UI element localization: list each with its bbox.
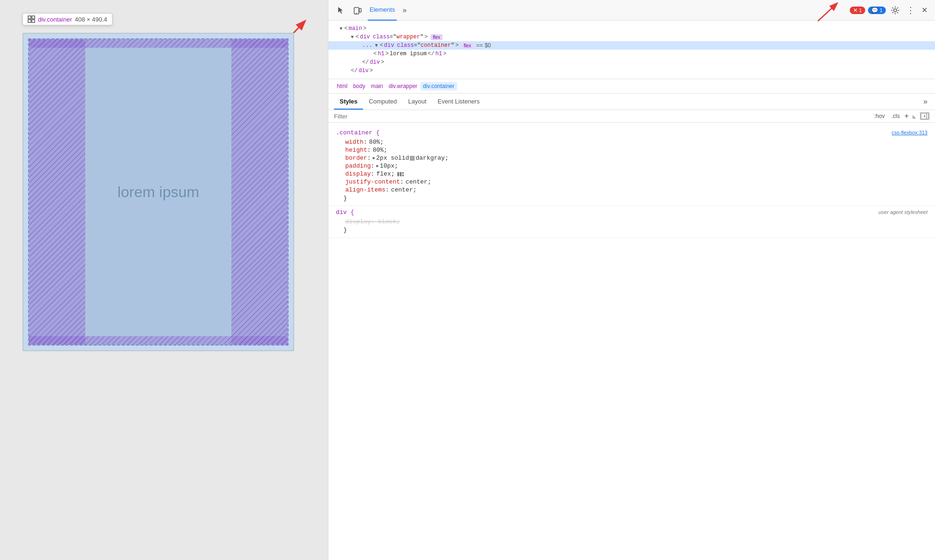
devtools-header-right: ✕ 1 💬 1 ⋮ ✕ bbox=[850, 4, 929, 17]
css-prop-display-block: display: block; bbox=[336, 218, 928, 226]
dom-line-h1[interactable]: <h1>lorem ipsum</h1> bbox=[328, 50, 935, 58]
flex-badge-wrapper: flex bbox=[430, 34, 443, 40]
container-selector-line: .container { css-flexbox:313 bbox=[336, 129, 928, 136]
svg-rect-18 bbox=[402, 174, 404, 176]
container-selector: .container { bbox=[336, 129, 380, 136]
svg-rect-1 bbox=[32, 16, 35, 19]
hov-button[interactable]: :hov bbox=[872, 112, 887, 120]
subtabs-bar: Styles Computed Layout Event Listeners » bbox=[328, 94, 935, 110]
svg-marker-14 bbox=[924, 115, 925, 118]
triangle-container: ▼ bbox=[375, 43, 378, 48]
border-expand-icon[interactable]: ▶ bbox=[373, 155, 375, 161]
container-css-rule: .container { css-flexbox:313 width : 80%… bbox=[328, 126, 935, 206]
viewport-panel: div.container 408 × 490.4 lorem ipsum bbox=[0, 0, 328, 560]
element-tooltip: div.container 408 × 490.4 bbox=[22, 13, 112, 25]
breadcrumb-main[interactable]: main bbox=[368, 82, 386, 90]
div-css-rule: div { user agent stylesheet display: blo… bbox=[328, 206, 935, 238]
dollar-zero: $0 bbox=[485, 42, 491, 49]
close-icon[interactable]: ✕ bbox=[920, 6, 929, 15]
dom-line-main[interactable]: ▼ <main> bbox=[328, 24, 935, 33]
dom-line-wrapper[interactable]: ▼ <div class="wrapper" > flex bbox=[328, 33, 935, 41]
css-panel: .container { css-flexbox:313 width : 80%… bbox=[328, 123, 935, 560]
svg-rect-15 bbox=[398, 172, 400, 176]
hatch-right bbox=[231, 39, 288, 345]
breadcrumb-divcontainer[interactable]: div.container bbox=[420, 82, 457, 90]
dom-line-close-container[interactable]: </div> bbox=[328, 58, 935, 66]
devtools-header: Elements » ✕ 1 💬 1 ⋮ ✕ bbox=[328, 0, 935, 21]
css-prop-width: width : 80% ; bbox=[336, 138, 928, 146]
div-selector-line: div { user agent stylesheet bbox=[336, 209, 928, 216]
separator: ◣ bbox=[913, 114, 916, 119]
svg-rect-16 bbox=[400, 172, 402, 176]
hatch-bottom bbox=[29, 336, 288, 345]
tab-elements[interactable]: Elements bbox=[368, 0, 397, 21]
error-badge[interactable]: ✕ 1 bbox=[850, 7, 865, 14]
container-closing-brace: } bbox=[336, 194, 928, 203]
tab-layout[interactable]: Layout bbox=[402, 94, 432, 110]
tooltip-size: 408 × 490.4 bbox=[75, 16, 107, 23]
flex-layout-icon[interactable] bbox=[396, 171, 405, 177]
hatch-left bbox=[29, 39, 85, 345]
svg-rect-0 bbox=[28, 16, 31, 19]
svg-point-8 bbox=[356, 13, 357, 14]
grid-icon bbox=[28, 15, 35, 23]
cursor-icon[interactable] bbox=[334, 4, 347, 17]
cls-button[interactable]: .cls bbox=[890, 112, 902, 120]
info-count: 1 bbox=[880, 7, 883, 13]
device-icon[interactable] bbox=[351, 4, 364, 17]
dom-dots: ... bbox=[362, 42, 372, 49]
padding-expand-icon[interactable]: ▶ bbox=[376, 163, 378, 169]
tab-computed[interactable]: Computed bbox=[363, 94, 402, 110]
svg-point-9 bbox=[894, 9, 897, 12]
lorem-ipsum-text: lorem ipsum bbox=[118, 184, 199, 201]
filter-input[interactable] bbox=[334, 113, 870, 120]
more-options-icon[interactable]: ⋮ bbox=[905, 5, 917, 15]
info-badge[interactable]: 💬 1 bbox=[868, 7, 886, 14]
svg-rect-17 bbox=[402, 172, 404, 174]
darkgray-swatch[interactable] bbox=[410, 156, 415, 161]
settings-icon[interactable] bbox=[889, 4, 902, 17]
triangle-main: ▼ bbox=[340, 26, 342, 31]
container-wrapper: lorem ipsum bbox=[22, 33, 294, 351]
div-selector: div { bbox=[336, 209, 354, 216]
css-prop-display: display : flex ; bbox=[336, 170, 928, 178]
dom-line-close-wrapper[interactable]: </div> bbox=[328, 66, 935, 75]
container-source[interactable]: css-flexbox:313 bbox=[892, 130, 928, 135]
filter-bar: :hov .cls + ◣ bbox=[328, 110, 935, 123]
filter-actions: :hov .cls + ◣ bbox=[872, 112, 929, 120]
error-count: 1 bbox=[859, 7, 862, 13]
add-rule-button[interactable]: + bbox=[905, 112, 909, 120]
css-prop-padding: padding : ▶ 10px ; bbox=[336, 162, 928, 170]
error-icon: ✕ bbox=[853, 7, 858, 14]
devtools-panel: Elements » ✕ 1 💬 1 ⋮ ✕ ▼ < bbox=[328, 0, 935, 560]
breadcrumb-divwrapper[interactable]: div.wrapper bbox=[386, 82, 420, 90]
hatch-top bbox=[29, 39, 288, 48]
css-prop-height: height : 80% ; bbox=[336, 146, 928, 154]
tab-event-listeners[interactable]: Event Listeners bbox=[432, 94, 485, 110]
flex-badge-container: flex bbox=[461, 43, 474, 49]
more-tabs-btn[interactable]: » bbox=[401, 6, 408, 15]
toggle-sidebar-button[interactable] bbox=[920, 112, 929, 120]
triangle-wrapper: ▼ bbox=[351, 35, 354, 40]
breadcrumb-body[interactable]: body bbox=[350, 82, 368, 90]
css-prop-border: border : ▶ 2px solid darkgray ; bbox=[336, 154, 928, 162]
container-inner: lorem ipsum bbox=[28, 38, 289, 346]
breadcrumb-html[interactable]: html bbox=[334, 82, 350, 90]
svg-rect-3 bbox=[32, 20, 35, 22]
css-prop-align-items: align-items : center ; bbox=[336, 186, 928, 194]
tooltip-class-name: div.container bbox=[38, 16, 72, 23]
equals-badge: == bbox=[476, 42, 483, 49]
subtabs-more-icon[interactable]: » bbox=[921, 94, 929, 110]
dom-line-container[interactable]: ... ▼ <div class="container" > flex == $… bbox=[328, 41, 935, 50]
breadcrumb-bar: html body main div.wrapper div.container bbox=[328, 79, 935, 94]
svg-rect-7 bbox=[359, 8, 361, 12]
dom-tree: ▼ <main> ▼ <div class="wrapper" > flex .… bbox=[328, 21, 935, 79]
css-prop-justify-content: justify-content : center ; bbox=[336, 178, 928, 186]
div-closing-brace: } bbox=[336, 226, 928, 235]
tab-styles[interactable]: Styles bbox=[334, 94, 363, 110]
div-source: user agent stylesheet bbox=[878, 209, 928, 215]
info-icon: 💬 bbox=[871, 7, 878, 14]
svg-rect-2 bbox=[28, 20, 31, 22]
